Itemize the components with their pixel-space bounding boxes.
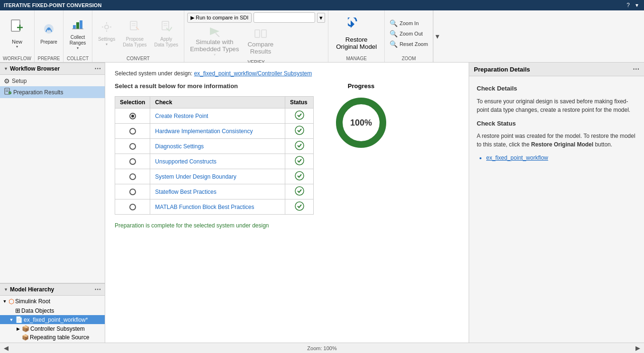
tree-node-workflow[interactable]: ▼ 📄 ex_fixed_point_workflow*: [0, 315, 105, 324]
model-hierarchy-title: Model Hierarchy: [10, 286, 54, 293]
propose-data-types-button[interactable]: Propose Data Types: [120, 18, 149, 50]
prepare-button[interactable]: Prepare: [37, 20, 60, 47]
app-title: ITERATIVE FIXED-POINT CONVERSION: [4, 2, 101, 8]
restore-original-button[interactable]: Restore Original Model: [331, 15, 381, 53]
tree-node-controller-subsystem[interactable]: ▶ 📦 Controller Subsystem: [0, 324, 105, 333]
toolbar-prepare-section: Prepare PREPARE: [35, 10, 63, 62]
workflow-browser-header[interactable]: ▼ Workflow Browser ⋯: [0, 63, 105, 75]
run-input[interactable]: [254, 12, 315, 23]
zoom-out-item[interactable]: 🔍 Zoom Out: [388, 29, 430, 38]
convert-label: CONVERT: [127, 56, 150, 61]
status-cell: [285, 124, 314, 139]
run-input-dropdown[interactable]: ▾: [317, 13, 325, 23]
status-scroll-left[interactable]: ◀: [4, 344, 9, 352]
table-row[interactable]: Unsupported Constructs: [115, 154, 314, 169]
sidebar-item-setup[interactable]: ⚙ Setup: [0, 76, 105, 86]
reset-zoom-item[interactable]: 🔍 Reset Zoom: [388, 39, 430, 49]
simulink-root-expand: ▼: [2, 299, 8, 304]
collect-label: Collect Ranges: [70, 35, 86, 46]
radio-button[interactable]: [129, 128, 136, 135]
tree-node-repeating-table[interactable]: 📦 Repeating table Source: [0, 333, 105, 342]
model-hierarchy-menu[interactable]: ⋯: [94, 286, 101, 293]
radio-button[interactable]: [129, 143, 136, 150]
right-panel-menu[interactable]: ⋯: [633, 65, 639, 73]
check-cell: Stateflow Best Practices: [150, 184, 285, 199]
col-header-check: Check: [150, 97, 285, 109]
workflow-browser-items: ⚙ Setup Preparation Results: [0, 75, 105, 99]
apply-label: Apply Data Types: [154, 36, 178, 48]
svg-rect-6: [76, 22, 79, 29]
status-check-icon: [295, 175, 304, 182]
svg-rect-7: [80, 20, 82, 29]
new-button[interactable]: New ▾: [5, 15, 29, 53]
check-cell: Hardware Implementation Consistency: [150, 124, 285, 139]
simulate-embedded-button[interactable]: Simulate with Embedded Types ▾: [187, 24, 242, 59]
table-row[interactable]: System Under Design Boundary: [115, 169, 314, 184]
table-row[interactable]: Stateflow Best Practices: [115, 184, 314, 199]
apply-data-types-button[interactable]: Apply Data Types: [152, 18, 181, 50]
workflow-link[interactable]: ex_fixed_point_workflow: [486, 154, 636, 162]
radio-button[interactable]: [129, 158, 136, 165]
run-compare-button[interactable]: ▶ Run to compare in SDI: [187, 13, 252, 23]
sidebar-item-preparation-results[interactable]: Preparation Results: [0, 86, 105, 98]
center-panel: Selected system under design: ex_fixed_p…: [105, 63, 469, 343]
workflow-browser-menu[interactable]: ⋯: [94, 65, 101, 72]
check-cell: System Under Design Boundary: [150, 169, 285, 184]
toolbar-workflow-inner: New ▾: [5, 12, 29, 55]
right-panel-title: Preparation Details: [474, 66, 530, 73]
check-cell: MATLAB Function Block Best Practices: [150, 199, 285, 215]
table-row[interactable]: Create Restore Point: [115, 109, 314, 124]
svg-point-8: [105, 25, 109, 29]
svg-rect-5: [73, 25, 76, 29]
collect-ranges-button[interactable]: Collect Ranges ▾: [66, 16, 89, 52]
compare-results-button[interactable]: Compare Results: [243, 27, 278, 56]
radio-cell[interactable]: [120, 158, 145, 165]
settings-button[interactable]: Settings ▾: [95, 19, 118, 48]
check-cell: Unsupported Constructs: [150, 154, 285, 169]
status-cell: [285, 139, 314, 154]
status-check-icon: [295, 130, 304, 136]
toolbar-scroll-right[interactable]: ▾: [433, 10, 441, 62]
preparation-results-label: Preparation Results: [13, 89, 63, 96]
svg-point-4: [47, 27, 50, 30]
tree-node-simulink-root[interactable]: ▼ ⬡ Simulink Root: [0, 297, 105, 306]
radio-cell[interactable]: [120, 173, 145, 180]
model-hierarchy-section: ▼ Model Hierarchy ⋯ ▼ ⬡ Simulink Root ⊞ …: [0, 283, 105, 343]
table-row[interactable]: Hardware Implementation Consistency: [115, 124, 314, 139]
radio-button[interactable]: [129, 204, 136, 210]
radio-button[interactable]: [129, 173, 136, 180]
radio-cell[interactable]: [120, 204, 145, 210]
right-panel-header: Preparation Details ⋯: [469, 63, 644, 76]
toolbar-prepare-inner: Prepare: [37, 12, 60, 55]
model-hierarchy-header[interactable]: ▼ Model Hierarchy ⋯: [0, 283, 105, 296]
radio-cell[interactable]: [120, 113, 145, 119]
simulate-label: Simulate with Embedded Types: [190, 38, 239, 53]
selected-system-link[interactable]: ex_fixed_point_workflow/Controller Subsy…: [194, 70, 312, 77]
radio-cell[interactable]: [120, 189, 145, 195]
controller-label: Controller Subsystem: [30, 326, 85, 332]
new-dropdown-arrow: ▾: [16, 45, 18, 49]
status-scroll-right[interactable]: ▶: [635, 344, 640, 352]
radio-cell[interactable]: [120, 128, 145, 135]
main-layout: ▼ Workflow Browser ⋯ ⚙ Setup: [0, 63, 644, 343]
toolbar-zoom-section: 🔍 Zoom In 🔍 Zoom Out 🔍 Reset Zoom ZOOM: [385, 10, 433, 62]
toolbar-collect-inner: Collect Ranges ▾: [66, 12, 89, 55]
radio-cell[interactable]: [120, 143, 145, 150]
tree-node-data-objects[interactable]: ⊞ Data Objects: [0, 306, 105, 315]
radio-button[interactable]: [129, 189, 136, 195]
help-button[interactable]: ?: [625, 2, 632, 9]
selected-system-line: Selected system under design: ex_fixed_p…: [115, 70, 459, 77]
table-container: Select a result below for more informati…: [115, 82, 314, 229]
manage-label: MANAGE: [346, 56, 367, 61]
title-dropdown-button[interactable]: ▾: [634, 2, 640, 9]
radio-button[interactable]: [129, 113, 136, 119]
workflow-expand: ▼: [9, 317, 14, 322]
setup-icon: ⚙: [4, 77, 10, 85]
zoom-in-item[interactable]: 🔍 Zoom In: [388, 18, 430, 28]
hierarchy-items: ▼ ⬡ Simulink Root ⊞ Data Objects ▼ 📄 ex_…: [0, 296, 105, 343]
pass-icon: [295, 156, 304, 165]
table-row[interactable]: MATLAB Function Block Best Practices: [115, 199, 314, 215]
completion-text: Preparation is complete for the selected…: [115, 222, 314, 229]
table-row[interactable]: Diagnostic Settings: [115, 139, 314, 154]
selected-system-label: Selected system under design:: [115, 70, 192, 77]
